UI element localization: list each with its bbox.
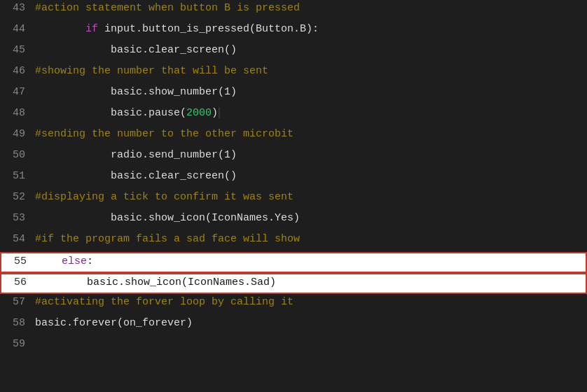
line-number: 52 — [0, 189, 35, 206]
plain-token: basic.show_icon(IconNames.Yes) — [111, 212, 300, 224]
code-line-47: 47 basic.show_number(1) — [0, 84, 587, 105]
code-editor: 43#action statement when button B is pre… — [0, 0, 587, 392]
code-line-50: 50 radio.send_number(1) — [0, 147, 587, 168]
line-content: #showing the number that will be sent — [35, 63, 587, 80]
plain-token — [35, 149, 111, 161]
code-line-43: 43#action statement when button B is pre… — [0, 0, 587, 21]
code-line-46: 46#showing the number that will be sent — [0, 63, 587, 84]
line-content: basic.pause(2000) — [35, 105, 587, 122]
plain-token — [36, 255, 62, 267]
comment-token: #action statement when button B is press… — [35, 2, 300, 14]
code-line-54: 54#if the program fails a sad face will … — [0, 231, 587, 252]
code-line-49: 49#sending the number to the other micro… — [0, 126, 587, 147]
line-content: radio.send_number(1) — [35, 147, 587, 164]
line-content: #if the program fails a sad face will sh… — [35, 231, 587, 248]
line-content: else: — [36, 253, 586, 270]
comment-token: #sending the number to the other microbi… — [35, 128, 294, 140]
number-token: 2000 — [186, 107, 212, 119]
code-line-57: 57#activating the forver loop by calling… — [0, 294, 587, 315]
line-content: basic.clear_screen() — [35, 42, 587, 59]
keyword-token: else — [62, 255, 87, 267]
line-number: 57 — [0, 294, 35, 311]
code-line-48: 48 basic.pause(2000) — [0, 105, 587, 126]
line-number: 51 — [0, 168, 35, 185]
line-number: 53 — [0, 210, 35, 227]
plain-token: basic.show_icon(IconNames.Sad) — [87, 276, 276, 288]
line-number: 48 — [0, 105, 35, 122]
line-number: 43 — [0, 0, 35, 17]
line-number: 55 — [1, 253, 36, 270]
code-line-51: 51 basic.clear_screen() — [0, 168, 587, 189]
code-line-59: 59 — [0, 336, 587, 357]
plain-token: basic.forever(on_forever) — [35, 317, 193, 329]
line-number: 59 — [0, 336, 35, 353]
plain-token: radio.send_number(1) — [111, 149, 237, 161]
plain-token: : — [87, 255, 93, 267]
code-line-53: 53 basic.show_icon(IconNames.Yes) — [0, 210, 587, 231]
line-number: 44 — [0, 21, 35, 38]
comment-token: #if the program fails a sad face will sh… — [35, 233, 300, 245]
line-content: basic.clear_screen() — [35, 168, 587, 185]
line-number: 58 — [0, 315, 35, 332]
plain-token — [35, 86, 111, 98]
line-content: basic.show_icon(IconNames.Yes) — [35, 210, 587, 227]
line-number: 56 — [1, 274, 36, 291]
code-line-58: 58basic.forever(on_forever) — [0, 315, 587, 336]
comment-token: #activating the forver loop by calling i… — [35, 296, 294, 308]
keyword-token: if — [85, 23, 104, 35]
comment-token: #showing the number that will be sent — [35, 65, 268, 77]
plain-token: input.button_is_pressed(Button.B): — [104, 23, 319, 35]
plain-token: basic.pause( — [111, 107, 186, 119]
plain-token: basic.clear_screen() — [111, 170, 237, 182]
line-content: #action statement when button B is press… — [35, 0, 587, 17]
line-content: if input.button_is_pressed(Button.B): — [35, 21, 587, 38]
code-line-55: 55 else: — [0, 252, 587, 273]
plain-token — [35, 23, 85, 35]
code-line-52: 52#displaying a tick to confirm it was s… — [0, 189, 587, 210]
line-number: 50 — [0, 147, 35, 164]
line-content: #displaying a tick to confirm it was sen… — [35, 189, 587, 206]
plain-token: basic.show_number(1) — [111, 86, 237, 98]
plain-token — [35, 170, 111, 182]
line-content: basic.show_icon(IconNames.Sad) — [36, 274, 586, 291]
line-number: 46 — [0, 63, 35, 80]
plain-token — [36, 276, 87, 288]
code-line-56: 56 basic.show_icon(IconNames.Sad) — [0, 273, 587, 294]
line-content: #sending the number to the other microbi… — [35, 126, 587, 143]
line-content: basic.show_number(1) — [35, 84, 587, 101]
comment-token: #displaying a tick to confirm it was sen… — [35, 191, 294, 203]
text-cursor — [219, 107, 220, 118]
plain-token: ) — [212, 107, 218, 119]
line-content: #activating the forver loop by calling i… — [35, 294, 587, 311]
line-number: 49 — [0, 126, 35, 143]
plain-token: basic.clear_screen() — [111, 44, 237, 56]
plain-token — [35, 44, 111, 56]
line-number: 45 — [0, 42, 35, 59]
line-number: 54 — [0, 231, 35, 248]
line-content: basic.forever(on_forever) — [35, 315, 587, 332]
line-number: 47 — [0, 84, 35, 101]
code-line-44: 44 if input.button_is_pressed(Button.B): — [0, 21, 587, 42]
plain-token — [35, 212, 111, 224]
plain-token — [35, 107, 111, 119]
code-line-45: 45 basic.clear_screen() — [0, 42, 587, 63]
